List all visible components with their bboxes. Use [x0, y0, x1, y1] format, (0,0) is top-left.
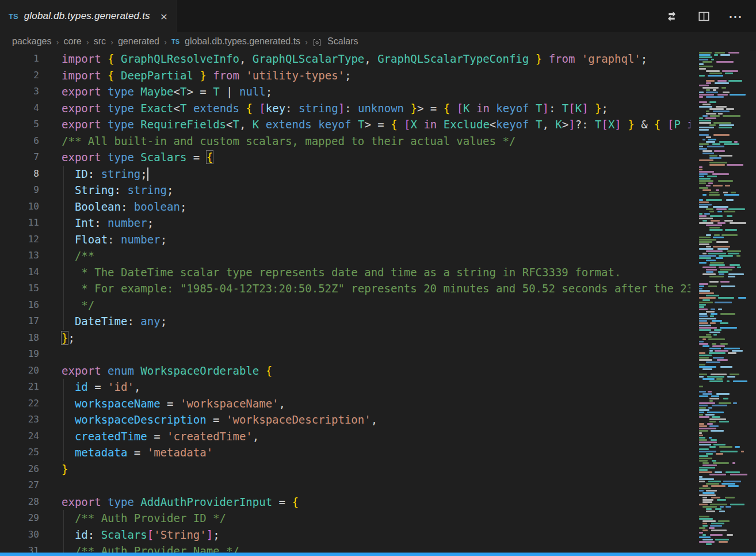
code-line[interactable]: 7export type Scalars = { — [0, 149, 690, 166]
line-number[interactable]: 2 — [0, 67, 39, 84]
line-content[interactable]: * The DateTime scalar type represents da… — [62, 264, 621, 281]
line-number[interactable]: 21 — [0, 379, 39, 395]
split-editor-icon[interactable] — [696, 9, 711, 24]
line-number[interactable]: 28 — [0, 494, 39, 511]
line-number[interactable]: 15 — [0, 280, 39, 297]
line-number[interactable]: 25 — [0, 444, 39, 461]
code-line[interactable]: 30 id: Scalars['String']; — [0, 527, 690, 543]
line-content[interactable]: /** All built-in and custom scalars, map… — [62, 133, 516, 150]
line-content[interactable]: id = 'id', — [62, 379, 140, 395]
line-content[interactable]: workspaceDescription = 'workspaceDescrip… — [62, 412, 377, 428]
line-content[interactable]: export enum WorkspaceOrderable { — [62, 363, 272, 379]
line-content[interactable]: id: Scalars['String']; — [62, 527, 220, 543]
code-line[interactable]: 12 Float: number; — [0, 231, 690, 248]
code-line[interactable]: 27 — [0, 477, 690, 494]
code-line[interactable]: 13 /** — [0, 247, 690, 264]
breadcrumb-item-core[interactable]: core — [64, 36, 82, 47]
code-line[interactable]: 16 */ — [0, 297, 690, 314]
line-content[interactable]: } — [62, 461, 68, 478]
line-number[interactable]: 16 — [0, 297, 39, 314]
code-line[interactable]: 24 createdTime = 'createdTime', — [0, 428, 690, 445]
minimap[interactable] — [697, 51, 750, 556]
breadcrumb-item-scalars[interactable]: Scalars — [327, 36, 358, 47]
code-line[interactable]: 1import { GraphQLResolveInfo, GraphQLSca… — [0, 51, 690, 67]
code-line[interactable]: 8 ID: string; — [0, 166, 690, 182]
code-line[interactable]: 21 id = 'id', — [0, 379, 690, 395]
code-line[interactable]: 20export enum WorkspaceOrderable { — [0, 363, 690, 379]
code-area[interactable]: 1import { GraphQLResolveInfo, GraphQLSca… — [0, 51, 690, 556]
line-content[interactable]: metadata = 'metadata' — [62, 444, 213, 461]
code-line[interactable]: 18}; — [0, 330, 690, 346]
code-line[interactable]: 17 DateTime: any; — [0, 313, 690, 330]
code-line[interactable]: 11 Int: number; — [0, 215, 690, 231]
breadcrumb-item-src[interactable]: src — [94, 36, 106, 47]
line-content[interactable]: String: string; — [62, 182, 174, 199]
line-number[interactable]: 29 — [0, 510, 39, 527]
line-number[interactable]: 6 — [0, 133, 39, 150]
code-line[interactable]: 29 /** Auth Provider ID */ — [0, 510, 690, 527]
line-content[interactable]: ID: string; — [62, 166, 148, 182]
code-line[interactable]: 15 * For example: "1985-04-12T23:20:50.5… — [0, 280, 690, 297]
line-content[interactable]: export type Scalars = { — [62, 149, 213, 166]
line-content[interactable]: export type AddAuthProviderInput = { — [62, 494, 299, 511]
line-content[interactable]: /** Auth Provider ID */ — [62, 510, 226, 527]
code-line[interactable]: 19 — [0, 346, 690, 363]
line-number[interactable]: 8 — [0, 166, 39, 182]
close-icon[interactable]: × — [161, 10, 167, 22]
code-line[interactable]: 25 metadata = 'metadata' — [0, 444, 690, 461]
line-number[interactable]: 5 — [0, 116, 39, 133]
line-number[interactable]: 17 — [0, 313, 39, 330]
line-number[interactable]: 3 — [0, 83, 39, 100]
tab-global-db-types[interactable]: TS global.db.types.generated.ts × — [0, 0, 177, 32]
breadcrumb-item-packages[interactable]: packages — [12, 36, 52, 47]
line-number[interactable]: 9 — [0, 182, 39, 199]
more-actions-icon[interactable]: ··· — [728, 9, 743, 24]
line-content[interactable]: }; — [62, 330, 75, 346]
line-number[interactable]: 12 — [0, 231, 39, 248]
line-number[interactable]: 10 — [0, 199, 39, 215]
breadcrumb-item-filename[interactable]: global.db.types.generated.ts — [185, 36, 300, 47]
code-line[interactable]: 28export type AddAuthProviderInput = { — [0, 494, 690, 511]
line-content[interactable]: Float: number; — [62, 231, 167, 248]
line-number[interactable]: 18 — [0, 330, 39, 346]
line-content[interactable]: export type Exact<T extends { [key: stri… — [62, 100, 608, 117]
line-content[interactable]: DateTime: any; — [62, 313, 167, 330]
line-number[interactable]: 14 — [0, 264, 39, 281]
line-number[interactable]: 23 — [0, 412, 39, 428]
line-content[interactable]: export type RequireFields<T, K extends k… — [62, 116, 690, 133]
line-content[interactable]: Int: number; — [62, 215, 154, 231]
open-changes-icon[interactable] — [664, 9, 679, 24]
line-content[interactable]: createdTime = 'createdTime', — [62, 428, 259, 445]
line-number[interactable]: 7 — [0, 149, 39, 166]
line-content[interactable]: workspaceName = 'workspaceName', — [62, 395, 285, 412]
line-content[interactable]: import { DeepPartial } from 'utility-typ… — [62, 67, 351, 84]
line-number[interactable]: 1 — [0, 51, 39, 67]
line-content[interactable]: * For example: "1985-04-12T23:20:50.52Z"… — [62, 280, 690, 297]
line-content[interactable]: export type Maybe<T> = T | null; — [62, 83, 272, 100]
horizontal-scrollbar[interactable] — [0, 553, 756, 556]
code-line[interactable]: 22 workspaceName = 'workspaceName', — [0, 395, 690, 412]
code-line[interactable]: 5export type RequireFields<T, K extends … — [0, 116, 690, 133]
line-content[interactable]: */ — [62, 297, 94, 314]
code-line[interactable]: 2import { DeepPartial } from 'utility-ty… — [0, 67, 690, 84]
line-content[interactable]: Boolean: boolean; — [62, 199, 186, 215]
code-line[interactable]: 3export type Maybe<T> = T | null; — [0, 83, 690, 100]
code-line[interactable]: 9 String: string; — [0, 182, 690, 199]
code-line[interactable]: 26} — [0, 461, 690, 478]
breadcrumb-item-generated[interactable]: generated — [118, 36, 159, 47]
line-content[interactable]: /** — [62, 247, 94, 264]
line-number[interactable]: 26 — [0, 461, 39, 478]
code-line[interactable]: 4export type Exact<T extends { [key: str… — [0, 100, 690, 117]
line-number[interactable]: 30 — [0, 527, 39, 543]
line-number[interactable]: 4 — [0, 100, 39, 117]
line-number[interactable]: 19 — [0, 346, 39, 363]
code-line[interactable]: 14 * The DateTime scalar type represents… — [0, 264, 690, 281]
line-number[interactable]: 13 — [0, 247, 39, 264]
line-number[interactable]: 22 — [0, 395, 39, 412]
line-content[interactable]: import { GraphQLResolveInfo, GraphQLScal… — [62, 51, 647, 67]
line-number[interactable]: 11 — [0, 215, 39, 231]
vertical-scrollbar[interactable] — [750, 51, 756, 556]
code-line[interactable]: 10 Boolean: boolean; — [0, 199, 690, 215]
code-line[interactable]: 6/** All built-in and custom scalars, ma… — [0, 133, 690, 150]
line-number[interactable]: 20 — [0, 363, 39, 379]
